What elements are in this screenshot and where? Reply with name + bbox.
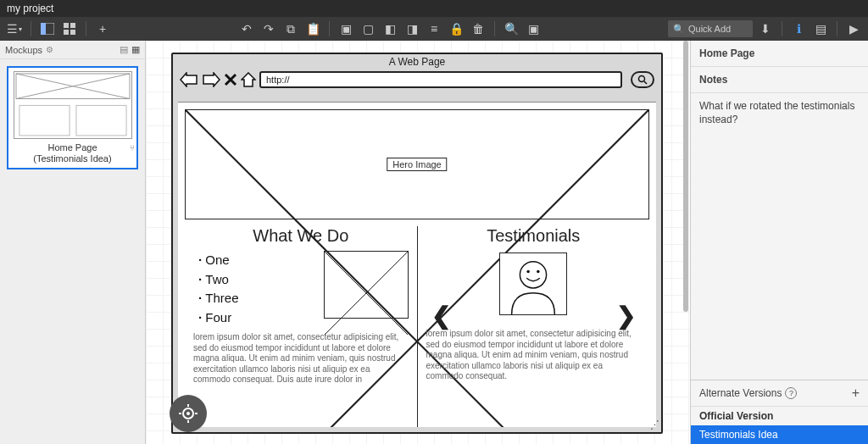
svg-rect-9 [19, 105, 69, 135]
testimonials-heading: Testimonials [426, 226, 642, 246]
info-icon[interactable]: ℹ [789, 19, 808, 38]
toolbar-separator [782, 21, 782, 36]
add-version-icon[interactable]: + [852, 386, 860, 401]
canvas[interactable]: A Web Page http:// Hero Image What We Do [146, 41, 690, 444]
quick-add-input[interactable]: 🔍 Quick Add [668, 20, 753, 37]
resize-handle-icon[interactable]: ⋰ [648, 418, 660, 431]
main-toolbar: ☰▾ + ↶ ↷ ⧉ 📋 ▣ ▢ ◧ ◨ ≡ 🔒 🗑 🔍 ▣ 🔍 Quick A… [0, 17, 868, 41]
send-back-icon[interactable]: ◨ [403, 19, 421, 38]
svg-rect-1 [41, 23, 46, 35]
navigator-header: Mockups ⚙ ▤ ▦ [0, 41, 145, 59]
add-mockup-icon[interactable]: + [93, 19, 112, 38]
grid-view-icon[interactable] [60, 19, 79, 38]
trash-icon[interactable]: 🗑 [469, 19, 487, 38]
copy-icon[interactable]: ⧉ [281, 19, 300, 38]
markup-toggle-icon[interactable]: ▣ [524, 19, 542, 38]
notes-section-header: Notes [691, 67, 868, 93]
navigator-grid-icon[interactable]: ▦ [131, 44, 140, 55]
svg-point-21 [186, 412, 190, 415]
svg-point-19 [537, 270, 540, 274]
list-item: Three [198, 289, 315, 308]
project-name: my project [7, 3, 53, 14]
thumbnail-branch-icon[interactable]: ⑂ [130, 143, 135, 153]
testimonial-avatar-placeholder[interactable] [499, 253, 567, 315]
navigator-title: Mockups [5, 45, 42, 55]
official-version-item[interactable]: Official Version [691, 407, 868, 425]
toolbar-separator [837, 21, 837, 36]
lock-icon[interactable]: 🔒 [447, 19, 465, 38]
mockup-thumbnail[interactable]: Home Page (Testimonials Idea) ⑂ [7, 66, 138, 169]
toolbar-separator [31, 21, 31, 36]
browser-window-widget[interactable]: A Web Page http:// Hero Image What We Do [171, 53, 663, 434]
notes-body[interactable]: What if we rotated the testimonials inst… [691, 93, 868, 133]
selected-version-item[interactable]: Testimonials Idea [691, 425, 868, 444]
toolbar-separator [494, 21, 495, 36]
home-icon[interactable] [241, 72, 256, 87]
zoom-icon[interactable]: 🔍 [502, 19, 520, 38]
image-placeholder[interactable] [324, 251, 409, 319]
panel-left-icon[interactable] [38, 19, 57, 38]
navigator-list-icon[interactable]: ▤ [120, 44, 128, 55]
svg-rect-3 [70, 23, 75, 28]
svg-rect-4 [64, 30, 69, 35]
navigator-panel: Mockups ⚙ ▤ ▦ Home Page (Testimonials Id… [0, 41, 146, 444]
lens-fab-icon[interactable] [170, 395, 207, 432]
navigator-settings-icon[interactable]: ⚙ [46, 45, 53, 54]
present-icon[interactable]: ▶ [844, 19, 863, 38]
thumbnail-preview [14, 71, 132, 139]
url-text: http:// [266, 75, 290, 85]
browser-search-icon[interactable] [631, 71, 654, 88]
notes-panel-icon[interactable]: ▤ [811, 19, 830, 38]
forward-arrow-icon[interactable] [202, 72, 220, 87]
lorem-text: lorem ipsum dolor sit amet, consectetur … [426, 329, 642, 382]
testimonials-column: Testimonials ❮ ❯ lorem ipsum dolor sit a… [417, 226, 650, 427]
hero-image-label: Hero Image [387, 158, 447, 171]
svg-point-18 [527, 270, 531, 274]
url-bar[interactable]: http:// [259, 71, 622, 88]
search-icon: 🔍 [673, 24, 685, 35]
svg-line-12 [644, 81, 647, 84]
toolbar-separator [329, 21, 330, 36]
carousel-next-icon[interactable]: ❯ [616, 302, 636, 330]
browser-page-body: Hero Image What We Do One Two Three Four [178, 102, 656, 427]
svg-point-11 [639, 76, 645, 82]
what-we-do-column: What We Do One Two Three Four [185, 226, 417, 427]
group-icon[interactable]: ▣ [337, 19, 355, 38]
thumbnail-title-line1: Home Page [12, 142, 133, 153]
hero-image-placeholder[interactable]: Hero Image [185, 109, 649, 219]
undo-icon[interactable]: ↶ [237, 19, 256, 38]
thumbnail-title-line2: (Testimonials Idea) [12, 153, 133, 164]
bullet-list[interactable]: One Two Three Four [193, 251, 315, 327]
align-icon[interactable]: ≡ [425, 19, 443, 38]
svg-rect-10 [75, 105, 125, 135]
svg-rect-2 [64, 23, 69, 28]
svg-rect-5 [70, 30, 75, 35]
stop-x-icon[interactable] [224, 73, 237, 86]
inspector-page-title: Home Page [691, 41, 868, 67]
toolbar-separator [86, 21, 86, 36]
alternate-versions-label: Alternate Versions [699, 387, 782, 399]
quick-add-label: Quick Add [688, 24, 731, 34]
back-arrow-icon[interactable] [180, 72, 198, 87]
help-icon[interactable]: ? [785, 387, 797, 399]
alternate-versions-header: Alternate Versions ? + [691, 380, 868, 407]
carousel-prev-icon[interactable]: ❮ [431, 302, 451, 330]
list-item: Four [198, 308, 315, 328]
svg-point-17 [520, 262, 547, 288]
hamburger-menu-icon[interactable]: ☰▾ [5, 19, 24, 38]
bring-front-icon[interactable]: ◧ [381, 19, 399, 38]
paste-icon[interactable]: 📋 [303, 19, 322, 38]
what-we-do-heading: What We Do [193, 226, 409, 246]
title-bar: my project [0, 0, 868, 17]
inspector-panel: Home Page Notes What if we rotated the t… [690, 41, 868, 444]
list-item: Two [198, 270, 315, 290]
redo-icon[interactable]: ↷ [259, 19, 278, 38]
browser-controls: http:// [173, 69, 661, 93]
browser-window-title: A Web Page [173, 54, 661, 69]
list-item: One [198, 251, 315, 270]
import-icon[interactable]: ⬇ [756, 19, 775, 38]
lorem-text: lorem ipsum dolor sit amet, consectetur … [193, 332, 409, 386]
ungroup-icon[interactable]: ▢ [359, 19, 377, 38]
